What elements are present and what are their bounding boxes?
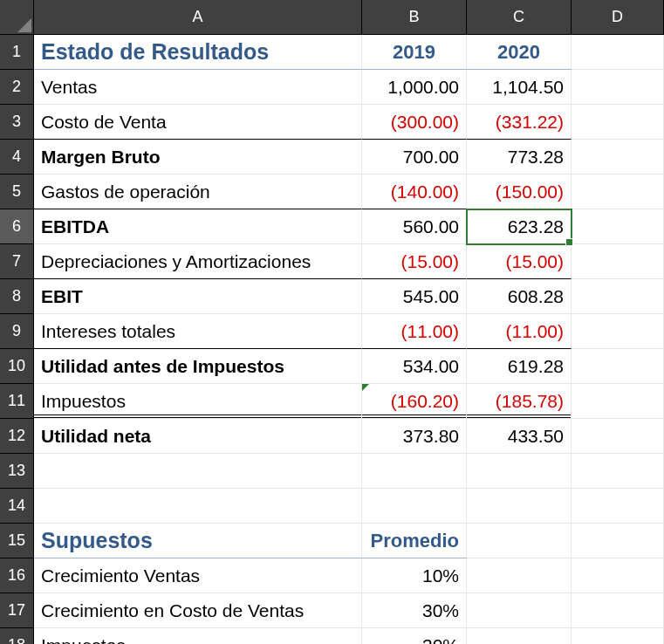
row-header-8[interactable]: 8: [0, 279, 34, 314]
sup-crec-ventas-val[interactable]: 10%: [362, 558, 467, 593]
cell-A14[interactable]: [34, 489, 362, 524]
line-impuestos-y1[interactable]: (160.20): [362, 384, 467, 419]
select-all-corner[interactable]: [0, 0, 34, 35]
line-ebit-y2[interactable]: 608.28: [467, 279, 572, 314]
cell-A13[interactable]: [34, 454, 362, 489]
line-ventas-y2[interactable]: 1,104.50: [467, 70, 572, 105]
col-header-D[interactable]: D: [572, 0, 664, 35]
section-title[interactable]: Estado de Resultados: [34, 35, 362, 70]
cell-D5[interactable]: [572, 175, 664, 209]
cell-D9[interactable]: [572, 314, 664, 349]
cell-D12[interactable]: [572, 419, 664, 454]
line-intereses-y2[interactable]: (11.00): [467, 314, 572, 349]
line-ebit-y1[interactable]: 545.00: [362, 279, 467, 314]
cell-D14[interactable]: [572, 489, 664, 524]
line-costo-label[interactable]: Costo de Venta: [34, 105, 362, 140]
cell-D16[interactable]: [572, 558, 664, 593]
row-header-5[interactable]: 5: [0, 175, 34, 209]
cell-D13[interactable]: [572, 454, 664, 489]
line-ventas-label[interactable]: Ventas: [34, 70, 362, 105]
row-header-7[interactable]: 7: [0, 244, 34, 279]
cell-D6[interactable]: [572, 209, 664, 244]
cell-C13[interactable]: [467, 454, 572, 489]
line-gastos-y1[interactable]: (140.00): [362, 175, 467, 209]
line-ebit-label[interactable]: EBIT: [34, 279, 362, 314]
line-intereses-y1[interactable]: (11.00): [362, 314, 467, 349]
row-header-15[interactable]: 15: [0, 524, 34, 558]
cell-D3[interactable]: [572, 105, 664, 140]
line-uai-label[interactable]: Utilidad antes de Impuestos: [34, 349, 362, 384]
line-uai-y2[interactable]: 619.28: [467, 349, 572, 384]
line-dep-y2[interactable]: (15.00): [467, 244, 572, 279]
line-ebitda-label[interactable]: EBITDA: [34, 209, 362, 244]
cell-D17[interactable]: [572, 593, 664, 628]
col-header-A[interactable]: A: [34, 0, 362, 35]
row-header-12[interactable]: 12: [0, 419, 34, 454]
cell-D8[interactable]: [572, 279, 664, 314]
line-margen-y2[interactable]: 773.28: [467, 140, 572, 175]
sup-impuestos-label[interactable]: Impuestos: [34, 628, 362, 644]
row-header-16[interactable]: 16: [0, 558, 34, 593]
row-header-17[interactable]: 17: [0, 593, 34, 628]
line-ebitda-y1[interactable]: 560.00: [362, 209, 467, 244]
supuestos-colhdr[interactable]: Promedio: [362, 524, 467, 558]
cell-C17[interactable]: [467, 593, 572, 628]
row-header-13[interactable]: 13: [0, 454, 34, 489]
cell-B13[interactable]: [362, 454, 467, 489]
line-dep-y1[interactable]: (15.00): [362, 244, 467, 279]
cell-D1[interactable]: [572, 35, 664, 70]
active-cell[interactable]: 623.28: [467, 209, 572, 244]
cell-D2[interactable]: [572, 70, 664, 105]
sup-impuestos-val[interactable]: 30%: [362, 628, 467, 644]
cell-C18[interactable]: [467, 628, 572, 644]
sup-crec-costo-val[interactable]: 30%: [362, 593, 467, 628]
line-margen-y1[interactable]: 700.00: [362, 140, 467, 175]
row-header-6[interactable]: 6: [0, 209, 34, 244]
cell-D10[interactable]: [572, 349, 664, 384]
line-margen-label[interactable]: Margen Bruto: [34, 140, 362, 175]
col-header-B[interactable]: B: [362, 0, 467, 35]
cell-D15[interactable]: [572, 524, 664, 558]
line-costo-y2[interactable]: (331.22): [467, 105, 572, 140]
svg-marker-0: [17, 18, 31, 32]
line-ventas-y1[interactable]: 1,000.00: [362, 70, 467, 105]
year-header-1[interactable]: 2019: [362, 35, 467, 70]
row-header-18[interactable]: 18: [0, 628, 34, 644]
supuestos-title[interactable]: Supuestos: [34, 524, 362, 558]
col-header-C[interactable]: C: [467, 0, 572, 35]
line-uai-y1[interactable]: 534.00: [362, 349, 467, 384]
cell-D4[interactable]: [572, 140, 664, 175]
cell-C14[interactable]: [467, 489, 572, 524]
line-neta-y1[interactable]: 373.80: [362, 419, 467, 454]
row-header-4[interactable]: 4: [0, 140, 34, 175]
row-header-3[interactable]: 3: [0, 105, 34, 140]
sup-crec-costo-label[interactable]: Crecimiento en Costo de Ventas: [34, 593, 362, 628]
row-header-2[interactable]: 2: [0, 70, 34, 105]
line-impuestos-y2[interactable]: (185.78): [467, 384, 572, 419]
cell-D18[interactable]: [572, 628, 664, 644]
line-costo-y1[interactable]: (300.00): [362, 105, 467, 140]
row-header-10[interactable]: 10: [0, 349, 34, 384]
row-header-9[interactable]: 9: [0, 314, 34, 349]
sup-crec-ventas-label[interactable]: Crecimiento Ventas: [34, 558, 362, 593]
line-intereses-label[interactable]: Intereses totales: [34, 314, 362, 349]
row-header-11[interactable]: 11: [0, 384, 34, 419]
cell-D11[interactable]: [572, 384, 664, 419]
row-header-1[interactable]: 1: [0, 35, 34, 70]
line-neta-label[interactable]: Utilidad neta: [34, 419, 362, 454]
cell-B14[interactable]: [362, 489, 467, 524]
line-neta-y2[interactable]: 433.50: [467, 419, 572, 454]
spreadsheet-grid[interactable]: A B C D 1 Estado de Resultados 2019 2020…: [0, 0, 664, 644]
cell-C15[interactable]: [467, 524, 572, 558]
row-header-14[interactable]: 14: [0, 489, 34, 524]
line-impuestos-label[interactable]: Impuestos: [34, 384, 362, 419]
line-gastos-label[interactable]: Gastos de operación: [34, 175, 362, 209]
line-dep-label[interactable]: Depreciaciones y Amortizaciones: [34, 244, 362, 279]
line-gastos-y2[interactable]: (150.00): [467, 175, 572, 209]
cell-C16[interactable]: [467, 558, 572, 593]
cell-D7[interactable]: [572, 244, 664, 279]
year-header-2[interactable]: 2020: [467, 35, 572, 70]
